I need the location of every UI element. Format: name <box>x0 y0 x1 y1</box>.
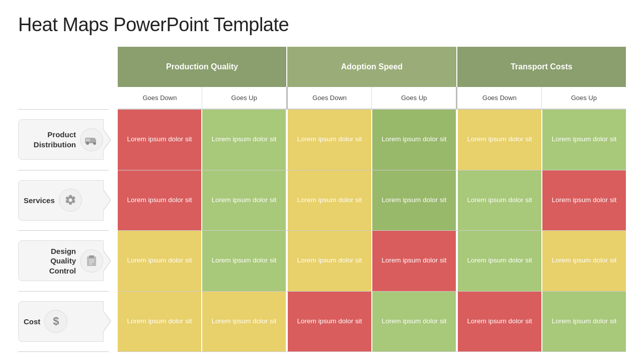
data-row-2: Lorem ipsum dolor sitLorem ipsum dolor s… <box>118 230 626 291</box>
col-header-2: Transport Costs <box>457 47 626 87</box>
data-cell-1-4: Lorem ipsum dolor sit <box>458 170 542 231</box>
data-row-3: Lorem ipsum dolor sitLorem ipsum dolor s… <box>118 291 626 352</box>
data-cell-2-5: Lorem ipsum dolor sit <box>542 231 626 291</box>
grid-area: Production QualityAdoption SpeedTranspor… <box>118 47 626 352</box>
sub-header-2: Goes Down <box>288 87 372 109</box>
data-rows: Lorem ipsum dolor sitLorem ipsum dolor s… <box>118 109 626 352</box>
svg-rect-4 <box>86 139 90 141</box>
svg-marker-1 <box>94 138 96 142</box>
data-row-0: Lorem ipsum dolor sitLorem ipsum dolor s… <box>118 109 626 170</box>
sub-header-5: Goes Up <box>542 87 626 109</box>
data-cell-2-0: Lorem ipsum dolor sit <box>118 231 202 291</box>
data-cell-3-4: Lorem ipsum dolor sit <box>458 292 542 352</box>
row-label-1: Services <box>18 170 109 231</box>
row-icon-3: $ <box>44 310 67 333</box>
row-label-text-2: Design Quality Control <box>24 246 76 276</box>
sub-headers: Goes DownGoes UpGoes DownGoes UpGoes Dow… <box>118 87 626 109</box>
data-cell-1-1: Lorem ipsum dolor sit <box>202 170 288 231</box>
sub-header-1: Goes Up <box>202 87 288 109</box>
data-row-1: Lorem ipsum dolor sitLorem ipsum dolor s… <box>118 170 626 231</box>
row-label-text-1: Services <box>24 196 55 206</box>
data-cell-2-1: Lorem ipsum dolor sit <box>202 231 288 291</box>
row-label-3: Cost$ <box>18 291 109 352</box>
data-cell-2-4: Lorem ipsum dolor sit <box>458 231 542 291</box>
data-cell-0-3: Lorem ipsum dolor sit <box>372 110 458 170</box>
data-cell-3-0: Lorem ipsum dolor sit <box>118 292 202 352</box>
row-label-0: Product Distribution <box>18 109 109 170</box>
data-cell-1-5: Lorem ipsum dolor sit <box>542 170 626 231</box>
data-cell-2-3: Lorem ipsum dolor sit <box>372 231 458 291</box>
data-cell-1-3: Lorem ipsum dolor sit <box>372 170 458 231</box>
data-cell-0-4: Lorem ipsum dolor sit <box>458 110 542 170</box>
row-icon-0 <box>80 128 103 151</box>
row-labels-column: Product DistributionServicesDesign Quali… <box>18 47 109 352</box>
row-icon-2 <box>80 249 103 273</box>
data-cell-1-0: Lorem ipsum dolor sit <box>118 170 202 231</box>
data-cell-1-2: Lorem ipsum dolor sit <box>288 170 372 231</box>
page: Heat Maps PowerPoint Template Product Di… <box>0 0 644 362</box>
data-cell-0-1: Lorem ipsum dolor sit <box>202 110 288 170</box>
col-header-1: Adoption Speed <box>287 47 457 87</box>
data-cell-3-5: Lorem ipsum dolor sit <box>542 292 626 352</box>
data-cell-3-1: Lorem ipsum dolor sit <box>202 292 288 352</box>
column-headers: Production QualityAdoption SpeedTranspor… <box>118 47 626 87</box>
row-label-subheader-spacer <box>18 87 109 109</box>
sub-header-0: Goes Down <box>118 87 202 109</box>
page-title: Heat Maps PowerPoint Template <box>18 14 626 36</box>
row-label-header-spacer <box>18 47 109 87</box>
svg-rect-6 <box>89 255 94 258</box>
data-cell-0-2: Lorem ipsum dolor sit <box>288 110 372 170</box>
row-icon-1 <box>59 189 82 212</box>
data-cell-3-2: Lorem ipsum dolor sit <box>288 292 372 352</box>
data-cell-0-0: Lorem ipsum dolor sit <box>118 110 202 170</box>
sub-header-3: Goes Up <box>372 87 457 109</box>
data-cell-2-2: Lorem ipsum dolor sit <box>288 231 372 291</box>
row-label-text-0: Product Distribution <box>24 130 76 149</box>
row-label-2: Design Quality Control <box>18 230 109 291</box>
svg-point-2 <box>86 142 89 145</box>
data-cell-0-5: Lorem ipsum dolor sit <box>542 110 626 170</box>
row-label-text-3: Cost <box>24 317 40 327</box>
heatmap-table: Product DistributionServicesDesign Quali… <box>18 47 626 352</box>
col-header-0: Production Quality <box>118 47 287 87</box>
sub-header-4: Goes Down <box>457 87 542 109</box>
data-cell-3-3: Lorem ipsum dolor sit <box>372 292 458 352</box>
svg-point-3 <box>93 142 96 145</box>
